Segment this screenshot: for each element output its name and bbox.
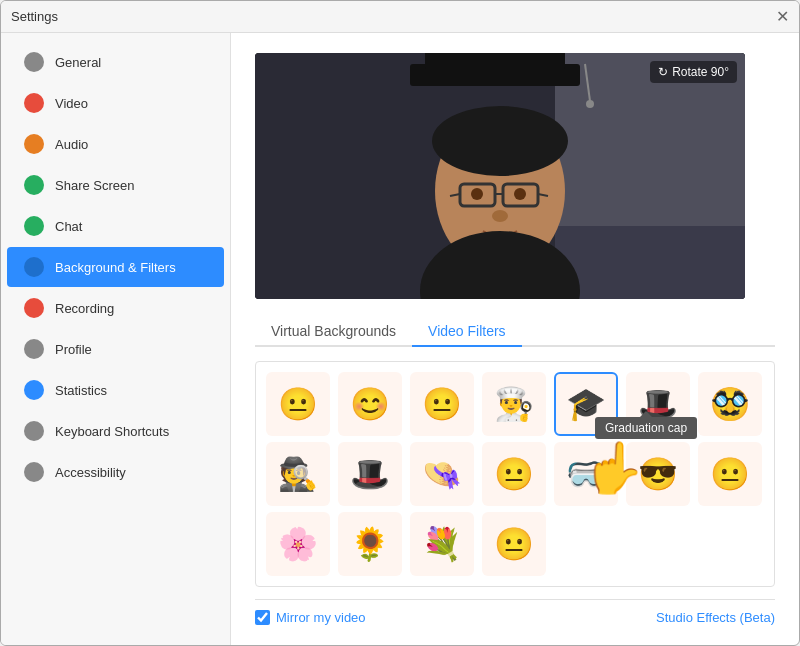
mirror-checkbox[interactable] <box>255 610 270 625</box>
filter-emoji-f12: 🥽 <box>566 455 606 493</box>
svg-rect-4 <box>425 53 565 69</box>
tab-virtual-backgrounds[interactable]: Virtual Backgrounds <box>255 317 412 347</box>
sidebar-item-label-audio: Audio <box>55 137 88 152</box>
video-preview: ↻ Rotate 90° <box>255 53 745 299</box>
keyboard-shortcuts-icon <box>23 420 45 442</box>
filter-item-f2[interactable]: 😊 <box>338 372 402 436</box>
video-image <box>255 53 745 299</box>
sidebar-item-chat[interactable]: Chat <box>7 206 224 246</box>
filter-emoji-f4: 👨‍🍳 <box>494 385 534 423</box>
filter-emoji-f3: 😐 <box>422 385 462 423</box>
recording-icon <box>23 297 45 319</box>
filter-item-f1[interactable]: 😐 <box>266 372 330 436</box>
filter-item-f18[interactable]: 😐 <box>482 512 546 576</box>
filter-item-f9[interactable]: 🎩 <box>338 442 402 506</box>
sidebar-item-audio[interactable]: Audio <box>7 124 224 164</box>
sidebar-item-label-keyboard-shortcuts: Keyboard Shortcuts <box>55 424 169 439</box>
filter-item-f13[interactable]: 😎 <box>626 442 690 506</box>
sidebar-item-label-profile: Profile <box>55 342 92 357</box>
rotate-icon: ↻ <box>658 65 668 79</box>
video-icon <box>23 92 45 114</box>
share-screen-icon <box>23 174 45 196</box>
filter-emoji-f9: 🎩 <box>350 455 390 493</box>
studio-effects-link[interactable]: Studio Effects (Beta) <box>656 610 775 625</box>
sidebar-item-label-video: Video <box>55 96 88 111</box>
tab-video-filters[interactable]: Video Filters <box>412 317 522 347</box>
filter-emoji-f7: 🥸 <box>710 385 750 423</box>
filter-item-f8[interactable]: 🕵 <box>266 442 330 506</box>
filter-emoji-f5: 🎓 <box>566 385 606 423</box>
svg-point-6 <box>586 100 594 108</box>
filter-item-f14[interactable]: 😐 <box>698 442 762 506</box>
filter-item-f17[interactable]: 💐 <box>410 512 474 576</box>
filter-emoji-f17: 💐 <box>422 525 462 563</box>
sidebar-item-general[interactable]: General <box>7 42 224 82</box>
svg-point-16 <box>492 210 508 222</box>
sidebar: GeneralVideoAudioShare ScreenChatBackgro… <box>1 33 231 645</box>
filter-emoji-f18: 😐 <box>494 525 534 563</box>
filter-emoji-f1: 😐 <box>278 385 318 423</box>
general-icon <box>23 51 45 73</box>
sidebar-item-label-background-filters: Background & Filters <box>55 260 176 275</box>
background-filters-icon <box>23 256 45 278</box>
filters-grid: 😐😊😐👨‍🍳🎓🎩🥸🕵🎩👒😐🥽😎😐🌸🌻💐😐 <box>255 361 775 587</box>
chat-icon <box>23 215 45 237</box>
sidebar-item-recording[interactable]: Recording <box>7 288 224 328</box>
filter-item-f6[interactable]: 🎩 <box>626 372 690 436</box>
filter-item-f10[interactable]: 👒 <box>410 442 474 506</box>
sidebar-item-accessibility[interactable]: Accessibility <box>7 452 224 492</box>
filter-item-f7[interactable]: 🥸 <box>698 372 762 436</box>
filter-emoji-f8: 🕵 <box>278 455 318 493</box>
main-content: GeneralVideoAudioShare ScreenChatBackgro… <box>1 33 799 645</box>
titlebar: Settings ✕ <box>1 1 799 33</box>
sidebar-item-label-accessibility: Accessibility <box>55 465 126 480</box>
filter-item-f15[interactable]: 🌸 <box>266 512 330 576</box>
sidebar-item-background-filters[interactable]: Background & Filters <box>7 247 224 287</box>
bottom-bar: Mirror my video Studio Effects (Beta) <box>255 599 775 625</box>
statistics-icon <box>23 379 45 401</box>
rotate-button[interactable]: ↻ Rotate 90° <box>650 61 737 83</box>
filter-emoji-f14: 😐 <box>710 455 750 493</box>
sidebar-item-keyboard-shortcuts[interactable]: Keyboard Shortcuts <box>7 411 224 451</box>
filter-item-f11[interactable]: 😐 <box>482 442 546 506</box>
profile-icon <box>23 338 45 360</box>
filter-item-f16[interactable]: 🌻 <box>338 512 402 576</box>
window-title: Settings <box>11 9 58 24</box>
svg-point-14 <box>471 188 483 200</box>
filter-emoji-f6: 🎩 <box>638 385 678 423</box>
main-panel: ↻ Rotate 90° Virtual BackgroundsVideo Fi… <box>231 33 799 645</box>
close-button[interactable]: ✕ <box>776 7 789 26</box>
accessibility-icon <box>23 461 45 483</box>
svg-point-15 <box>514 188 526 200</box>
filter-emoji-f11: 😐 <box>494 455 534 493</box>
mirror-label[interactable]: Mirror my video <box>255 610 366 625</box>
sidebar-item-label-statistics: Statistics <box>55 383 107 398</box>
filter-emoji-f2: 😊 <box>350 385 390 423</box>
sidebar-item-label-recording: Recording <box>55 301 114 316</box>
settings-window: Settings ✕ GeneralVideoAudioShare Screen… <box>0 0 800 646</box>
filter-emoji-f13: 😎 <box>638 455 678 493</box>
sidebar-item-video[interactable]: Video <box>7 83 224 123</box>
sidebar-item-label-chat: Chat <box>55 219 82 234</box>
sidebar-item-label-share-screen: Share Screen <box>55 178 135 193</box>
filter-item-f4[interactable]: 👨‍🍳 <box>482 372 546 436</box>
sidebar-item-profile[interactable]: Profile <box>7 329 224 369</box>
sidebar-item-label-general: General <box>55 55 101 70</box>
sidebar-item-statistics[interactable]: Statistics <box>7 370 224 410</box>
filter-item-f3[interactable]: 😐 <box>410 372 474 436</box>
tabs-container: Virtual BackgroundsVideo Filters <box>255 317 775 347</box>
filter-emoji-f16: 🌻 <box>350 525 390 563</box>
svg-point-8 <box>432 106 568 176</box>
filter-emoji-f10: 👒 <box>422 455 462 493</box>
filter-emoji-f15: 🌸 <box>278 525 318 563</box>
sidebar-item-share-screen[interactable]: Share Screen <box>7 165 224 205</box>
filter-item-f5[interactable]: 🎓 <box>554 372 618 436</box>
audio-icon <box>23 133 45 155</box>
filters-container: 😐😊😐👨‍🍳🎓🎩🥸🕵🎩👒😐🥽😎😐🌸🌻💐😐 Graduation cap 👆 <box>255 361 775 587</box>
person-svg <box>255 53 745 299</box>
filter-item-f12[interactable]: 🥽 <box>554 442 618 506</box>
